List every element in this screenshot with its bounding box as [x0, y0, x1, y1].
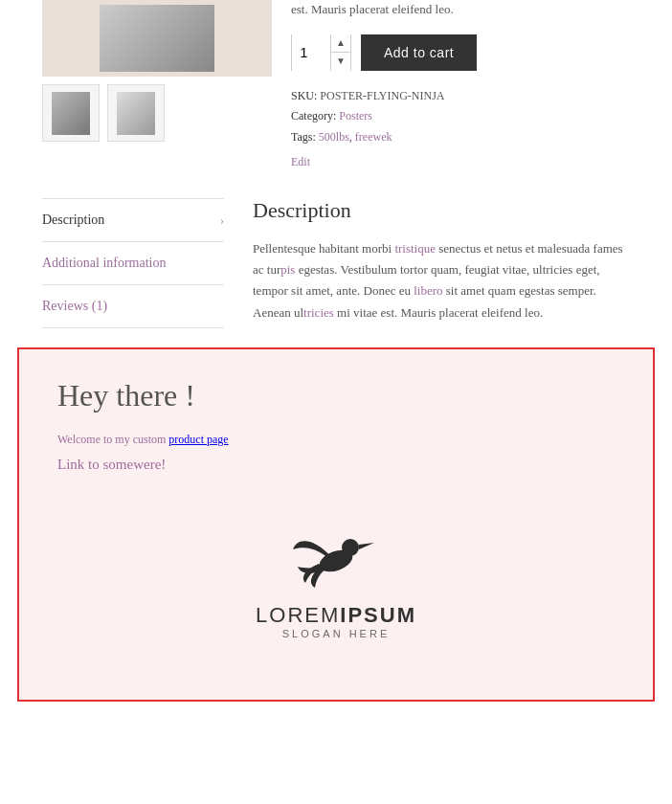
libero-link[interactable]: libero — [414, 283, 442, 298]
product-images — [42, 0, 272, 169]
main-product-image — [42, 0, 272, 77]
tab-description-label: Description — [42, 212, 104, 228]
tag-2[interactable]: freewek — [355, 130, 392, 144]
thumbnail-1[interactable] — [42, 84, 100, 142]
category-link[interactable]: Posters — [339, 109, 372, 123]
product-info: est. Mauris placerat eleifend leo. ▲ ▼ A… — [291, 0, 630, 169]
tags-label: Tags: — [291, 130, 316, 144]
sku-label: SKU: — [291, 89, 317, 102]
tag-1[interactable]: 500lbs — [319, 130, 349, 144]
quantity-up-button[interactable]: ▲ — [331, 34, 350, 53]
thumbnail-2[interactable] — [107, 84, 165, 142]
add-to-cart-button[interactable]: Add to cart — [361, 34, 477, 71]
tricies-link[interactable]: tricies — [303, 305, 334, 320]
tagline-plain: Welcome to my custom — [57, 433, 168, 446]
tab-description-arrow: › — [220, 213, 224, 228]
logo-area: LOREMIPSUM SLOGAN HERE — [57, 511, 615, 639]
tab-additional-information[interactable]: Additional information — [42, 242, 224, 285]
edit-link[interactable]: Edit — [291, 155, 630, 169]
product-excerpt: est. Mauris placerat eleifend leo. — [291, 0, 630, 19]
tab-content: Description Pellentesque habitant morbi … — [253, 198, 630, 328]
custom-link[interactable]: Link to somewere! — [57, 457, 166, 472]
quantity-arrows: ▲ ▼ — [330, 34, 350, 71]
sku-row: SKU: POSTER-FLYING-NINJA — [291, 86, 630, 107]
turpis-link[interactable]: pis — [280, 262, 295, 277]
logo-name-bold: IPSUM — [340, 603, 416, 627]
add-to-cart-row: ▲ ▼ Add to cart — [291, 34, 630, 71]
svg-point-1 — [342, 539, 359, 556]
tab-additional-label: Additional information — [42, 256, 166, 271]
logo-slogan: SLOGAN HERE — [282, 628, 390, 639]
logo-name: LOREM — [256, 603, 340, 627]
logo-bird-icon — [279, 511, 393, 597]
quantity-wrapper: ▲ ▼ — [291, 34, 351, 71]
sku-value: POSTER-FLYING-NINJA — [320, 89, 444, 102]
tagline-link[interactable]: product page — [168, 433, 228, 446]
tab-description[interactable]: Description › — [42, 199, 224, 242]
thumb-image-2 — [117, 92, 155, 135]
tab-reviews[interactable]: Reviews (1) — [42, 285, 224, 328]
thumbnail-list — [42, 84, 272, 142]
svg-marker-2 — [359, 543, 374, 549]
tristique-link[interactable]: tristique — [394, 241, 436, 256]
tabs-section: Description › Additional information Rev… — [0, 198, 672, 328]
tags-row: Tags: 500lbs, freewek — [291, 127, 630, 148]
quantity-down-button[interactable]: ▼ — [331, 53, 350, 71]
product-top-section: est. Mauris placerat eleifend leo. ▲ ▼ A… — [0, 0, 672, 189]
main-image-visual — [100, 5, 214, 72]
tab-reviews-label: Reviews (1) — [42, 299, 107, 314]
category-label: Category: — [291, 109, 336, 123]
product-meta: SKU: POSTER-FLYING-NINJA Category: Poste… — [291, 86, 630, 148]
quantity-input[interactable] — [292, 34, 330, 71]
custom-product-section: Hey there ! Welcome to my custom product… — [17, 347, 655, 702]
custom-section-heading: Hey there ! — [57, 378, 615, 413]
tab-content-title: Description — [253, 198, 630, 223]
custom-tagline: Welcome to my custom product page — [57, 433, 615, 447]
thumb-image-1 — [52, 92, 90, 135]
tabs-nav: Description › Additional information Rev… — [42, 198, 224, 328]
logo-text: LOREMIPSUM — [256, 603, 416, 628]
tab-content-body: Pellentesque habitant morbi tristique se… — [253, 238, 630, 323]
category-row: Category: Posters — [291, 106, 630, 127]
